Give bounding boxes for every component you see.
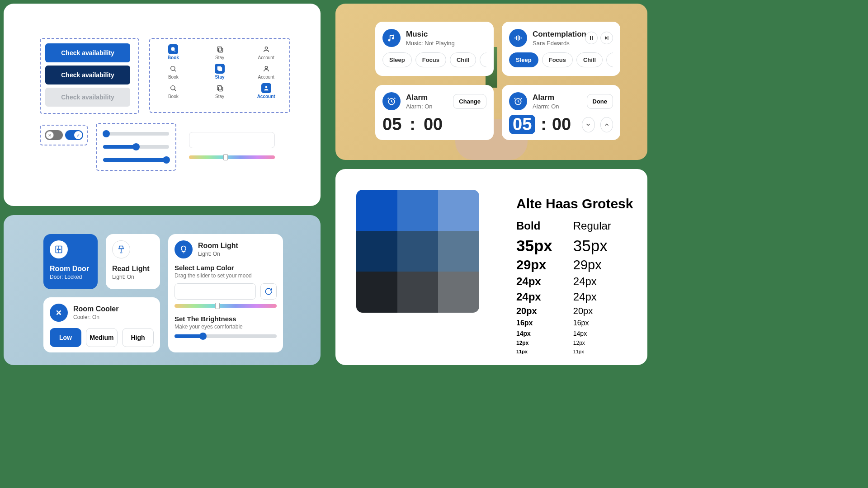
nav-stay-active[interactable]: Stay (202, 64, 238, 80)
nav-stay[interactable]: Stay (202, 83, 238, 99)
swatch (356, 272, 397, 313)
chip-focus[interactable]: Focus (542, 52, 573, 67)
slider-mid[interactable] (103, 145, 169, 149)
brightness-slider[interactable] (175, 334, 277, 338)
swatch (397, 231, 439, 272)
chip-focus[interactable]: Focus (415, 52, 446, 67)
slider-variants (96, 123, 176, 171)
read-light-title: Read Light (112, 265, 154, 273)
brightness-sub: Make your eyes comfortable (175, 324, 277, 330)
lamp-icon (112, 240, 130, 258)
svg-rect-20 (590, 36, 591, 40)
chip-sleep-active[interactable]: Sleep (509, 52, 538, 67)
alarm-title: Alarm (533, 93, 559, 102)
lamp-color-sub: Drag the slider to set your mood (175, 272, 277, 279)
check-icon: ✓ (74, 131, 82, 139)
check-availability-button-primary[interactable]: Check availability (45, 43, 130, 62)
pause-button[interactable] (585, 32, 598, 44)
hue-thumb[interactable] (223, 154, 228, 160)
cooler-low[interactable]: Low (50, 328, 81, 347)
svg-rect-13 (218, 87, 222, 91)
regular-label: Regular (573, 220, 611, 232)
nav-stay[interactable]: Stay (202, 44, 238, 60)
next-button[interactable] (600, 32, 613, 44)
lamp-color-input[interactable] (175, 283, 256, 300)
cooler-status: Cooler: On (73, 314, 118, 320)
svg-rect-3 (218, 48, 222, 52)
bold-label: Bold (516, 220, 552, 232)
hue-thumb[interactable] (215, 303, 220, 309)
chip-chill[interactable]: Chill (450, 52, 476, 67)
hue-slider[interactable] (189, 155, 275, 159)
door-title: Room Door (50, 265, 91, 273)
svg-point-14 (265, 86, 267, 88)
room-light-title: Room Light (198, 242, 238, 250)
done-button[interactable]: Done (587, 94, 613, 109)
room-light-status: Light: On (198, 251, 238, 257)
alarm-status: Alarm: On (406, 103, 433, 110)
svg-point-10 (171, 86, 175, 90)
close-icon: ✕ (46, 131, 54, 139)
alarm-minutes: 00 (552, 115, 571, 134)
room-door-card[interactable]: Room Door Door: Locked (43, 234, 98, 289)
color-input[interactable] (189, 132, 275, 148)
chevron-down-icon[interactable] (582, 117, 594, 132)
check-availability-button-disabled: Check availability (45, 88, 130, 107)
svg-rect-23 (608, 36, 609, 40)
svg-line-11 (175, 89, 176, 91)
alarm-hours: 05 (382, 115, 401, 134)
svg-rect-1 (174, 50, 175, 52)
time-separator: : (410, 115, 415, 134)
refresh-button[interactable] (260, 283, 277, 300)
swatch (397, 272, 439, 313)
bulb-icon (175, 240, 193, 258)
alarm-title: Alarm (406, 93, 433, 102)
style-guide-panel: Alte Haas Grotesk Bold 35px 29px 24px 24… (335, 169, 647, 365)
chip-calm[interactable]: Calm (480, 52, 486, 67)
change-button[interactable]: Change (453, 94, 486, 109)
slider-low[interactable] (103, 132, 169, 136)
read-light-status: Light: On (112, 274, 154, 280)
button-variants-group: Check availability Check availability Ch… (40, 38, 139, 114)
chip-sleep[interactable]: Sleep (382, 52, 412, 67)
toggle-off[interactable]: ✕ (45, 130, 63, 140)
swatch (438, 190, 479, 231)
lamp-color-title: Select Lamp Color (175, 264, 277, 272)
time-separator: : (541, 115, 547, 134)
music-icon (382, 29, 401, 47)
color-palette (356, 190, 479, 313)
nav-book-active[interactable]: Book (155, 44, 191, 60)
nav-book[interactable]: Book (155, 83, 191, 99)
alarm-status: Alarm: On (533, 103, 559, 110)
cooler-medium[interactable]: Medium (86, 328, 118, 347)
alarm-icon (382, 92, 401, 110)
swatch (438, 231, 479, 272)
chevron-up-icon[interactable] (600, 117, 613, 132)
contemplation-card: ContemplationSara Edwards Sleep Focus Ch… (502, 22, 620, 76)
svg-marker-22 (605, 36, 608, 40)
toggle-variants: ✕ ✓ (40, 125, 88, 145)
read-light-card[interactable]: Read Light Light: On (106, 234, 160, 289)
nav-account[interactable]: Account (248, 64, 284, 80)
alarm-minutes: 00 (424, 115, 443, 134)
alarm-icon (509, 92, 527, 110)
slider-high[interactable] (103, 158, 169, 162)
soundwave-icon (509, 29, 527, 47)
toggle-on[interactable]: ✓ (65, 130, 83, 140)
swatch (438, 272, 479, 313)
nav-book[interactable]: Book (155, 64, 191, 80)
nav-account-active[interactable]: Account (248, 83, 284, 99)
chip-chill[interactable]: Chill (576, 52, 603, 67)
fan-icon (50, 304, 68, 322)
svg-point-4 (265, 47, 267, 49)
alarm-hours-edit[interactable]: 05 (509, 115, 535, 134)
svg-point-5 (171, 66, 175, 70)
lamp-hue-slider[interactable] (175, 304, 277, 308)
check-availability-button-dark[interactable]: Check availability (45, 66, 130, 84)
swatch (356, 190, 397, 231)
cooler-high[interactable]: High (122, 328, 154, 347)
chip-calm[interactable]: Calm (606, 52, 613, 67)
bottom-nav-variants: Book Stay Account Book Stay Account Book… (149, 38, 290, 113)
music-subtitle: Music: Not Playing (406, 40, 455, 47)
nav-account[interactable]: Account (248, 44, 284, 60)
